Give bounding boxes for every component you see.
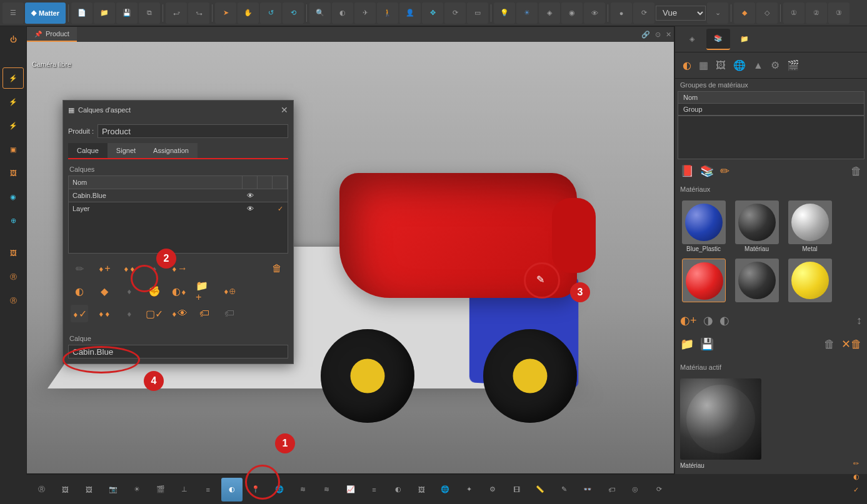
mat-tool3-icon[interactable]: ◐: [719, 314, 729, 327]
light-icon[interactable]: 💡: [494, 2, 515, 24]
refresh-icon[interactable]: ⟳: [633, 2, 654, 24]
bt-sliders-icon[interactable]: ≡: [198, 478, 219, 502]
tab-calque[interactable]: Calque: [68, 143, 108, 158]
visibility-icon[interactable]: 👁: [243, 202, 258, 215]
person-icon[interactable]: 👤: [399, 2, 421, 24]
bt-tag-icon[interactable]: 🏷: [601, 478, 622, 502]
close-icon[interactable]: ✕: [666, 31, 671, 39]
assign-mat-icon[interactable]: ◐: [853, 473, 859, 481]
add-group-icon[interactable]: 📕: [680, 164, 694, 178]
product-input[interactable]: [98, 124, 288, 138]
bt-edit-icon[interactable]: ✎: [553, 478, 574, 502]
rotate-icon[interactable]: ⟳: [444, 2, 466, 24]
bt-pin-icon[interactable]: 📍: [245, 478, 266, 502]
bt-film-icon[interactable]: 🎞: [506, 478, 527, 502]
preset2-icon[interactable]: ②: [806, 2, 827, 24]
redo-icon[interactable]: ⮑: [188, 2, 209, 24]
lt-row3-3-icon[interactable]: ⬧: [121, 305, 138, 322]
new-file-icon[interactable]: 📄: [71, 2, 93, 24]
sb-frame1-icon[interactable]: ▣: [3, 139, 24, 160]
sb-tool2-icon[interactable]: ⚡: [3, 91, 24, 112]
group-row[interactable]: Group: [678, 104, 864, 116]
material-item[interactable]: Matériau: [733, 200, 780, 252]
add-group2-icon[interactable]: 📚: [700, 164, 714, 178]
layer1-icon[interactable]: ◆: [734, 2, 755, 24]
bt-gear2-icon[interactable]: ⚙: [482, 478, 503, 502]
bt-sync-icon[interactable]: ⟳: [648, 478, 669, 502]
app-menu-btn[interactable]: ☰: [3, 2, 24, 24]
new-mat-icon[interactable]: ◐+: [680, 314, 697, 327]
lt-row3-1-icon[interactable]: ⬧✓: [71, 305, 88, 322]
dialog-close-icon[interactable]: ✕: [281, 105, 288, 115]
preset3-icon[interactable]: ③: [828, 2, 849, 24]
bt-layers2-icon[interactable]: ≋: [316, 478, 338, 502]
view-select[interactable]: Vue: [656, 6, 706, 21]
bt-layers-icon[interactable]: ≋: [293, 478, 314, 502]
rp-images-icon[interactable]: 🖼: [716, 60, 726, 71]
link-icon[interactable]: 🔗: [641, 31, 650, 39]
eye-icon[interactable]: 👁: [584, 2, 605, 24]
power-icon[interactable]: ⏻: [3, 29, 24, 50]
bt-aspect-layers-icon[interactable]: ◐: [221, 478, 243, 502]
duplicate-layer-icon[interactable]: ⬧⬧: [121, 260, 138, 277]
material-item[interactable]: [786, 259, 833, 304]
copy-icon[interactable]: ⧉: [139, 2, 160, 24]
bt-mat-icon[interactable]: ◐: [388, 478, 409, 502]
bt-glasses-icon[interactable]: 👓: [577, 478, 598, 502]
dialog-titlebar[interactable]: ▦ Calques d'aspect ✕: [63, 101, 293, 119]
mat-scroll-icon[interactable]: ↕: [856, 314, 862, 327]
mat-delete2-icon[interactable]: ✕🗑: [841, 337, 862, 351]
bt-explode-icon[interactable]: ✦: [458, 478, 479, 502]
rp-gear-icon[interactable]: ⚙: [771, 59, 779, 71]
sb-pic-icon[interactable]: 🖼: [3, 242, 24, 264]
frame-icon[interactable]: ▭: [467, 2, 488, 24]
layer-row[interactable]: Layer 👁 ✓: [69, 202, 288, 215]
orbit-free-icon[interactable]: ⟲: [283, 2, 304, 24]
walk-icon[interactable]: 🚶: [377, 2, 398, 24]
rp-tab-explore-icon[interactable]: ◈: [680, 29, 704, 50]
layer-tool3-icon[interactable]: ⬧: [146, 260, 163, 277]
fov-icon[interactable]: ◐: [332, 2, 353, 24]
sb-r2-icon[interactable]: Ⓡ: [3, 290, 24, 311]
rp-materials-icon[interactable]: ◐: [683, 59, 691, 71]
mat-tool2-icon[interactable]: ◑: [703, 314, 713, 327]
mat-folder-icon[interactable]: 📁: [680, 337, 694, 351]
bt-world-icon[interactable]: 🌐: [434, 478, 456, 502]
lt-row2-4-icon[interactable]: ✊: [146, 282, 163, 300]
sb-target-icon[interactable]: ⊕: [3, 210, 24, 231]
material-item[interactable]: [733, 259, 780, 304]
rp-overlay-icon[interactable]: ▲: [753, 60, 763, 71]
pointer-icon[interactable]: ➤: [215, 2, 236, 24]
bt-list-icon[interactable]: ≡: [364, 478, 385, 502]
lt-row2-2-icon[interactable]: ◆: [96, 282, 113, 300]
bt-ruler-icon[interactable]: 📏: [529, 478, 551, 502]
bt-gallery2-icon[interactable]: 🖼: [79, 478, 100, 502]
viewport-tab[interactable]: 📌 Product: [27, 27, 77, 42]
app-logo[interactable]: ◆Matter: [25, 2, 66, 24]
orbit-icon[interactable]: ↺: [260, 2, 281, 24]
lt-row2-7-icon[interactable]: ⬧⊕: [221, 282, 238, 300]
sb-r-icon[interactable]: Ⓡ: [3, 266, 24, 287]
sb-eye-icon[interactable]: ◉: [3, 186, 24, 207]
fly-icon[interactable]: ✈: [354, 2, 376, 24]
bt-sun-icon[interactable]: ☀: [126, 478, 148, 502]
save-icon[interactable]: 💾: [116, 2, 138, 24]
visibility-icon[interactable]: 👁: [243, 189, 258, 202]
rp-tab-folder-icon[interactable]: 📁: [733, 29, 756, 50]
layer2-icon[interactable]: ◇: [756, 2, 778, 24]
effect1-icon[interactable]: ◈: [539, 2, 560, 24]
zoom-icon[interactable]: 🔍: [309, 2, 331, 24]
calque-input[interactable]: [68, 345, 288, 358]
lt-row2-5-icon[interactable]: ◐⬧: [171, 282, 188, 300]
lt-row3-7-icon[interactable]: 🏷: [221, 305, 238, 322]
delete-layer-icon[interactable]: 🗑: [268, 260, 286, 277]
new-layer-icon[interactable]: ⬧+: [96, 260, 113, 277]
more-icon[interactable]: ⊙: [655, 31, 661, 39]
lt-row2-3-icon[interactable]: ⬧: [121, 282, 138, 300]
sun-icon[interactable]: ☀: [516, 2, 538, 24]
import-layer-icon[interactable]: ⬧→: [171, 260, 188, 277]
material-item[interactable]: Metal: [786, 200, 833, 252]
tab-signet[interactable]: Signet: [108, 143, 144, 158]
rp-env-icon[interactable]: 🌐: [733, 59, 746, 71]
lt-row3-6-icon[interactable]: 🏷: [196, 305, 213, 322]
